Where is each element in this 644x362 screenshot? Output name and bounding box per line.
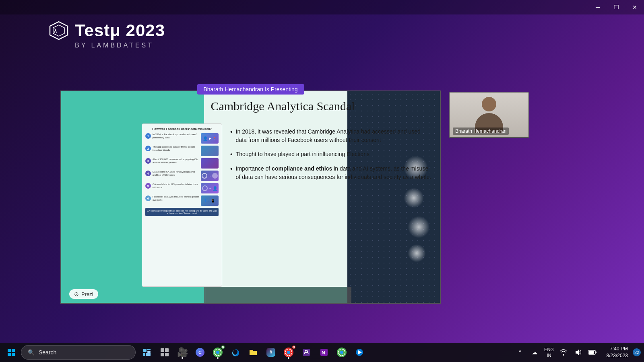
battery-icon[interactable] xyxy=(587,347,598,358)
taskbar-apps: 🎥 C N xyxy=(139,344,367,360)
start-button[interactable] xyxy=(3,344,19,360)
svg-rect-10 xyxy=(143,353,145,356)
slide-infographic: How was Facebook users' data misused? 1 … xyxy=(142,123,222,287)
svg-rect-5 xyxy=(8,353,11,356)
svg-rect-9 xyxy=(147,351,151,353)
bullet-1: • In 2018, it was revealed that Cambridg… xyxy=(230,128,432,144)
taskbar-media-player[interactable] xyxy=(351,344,367,360)
logo-title: Testμ 2023 xyxy=(75,21,165,40)
taskbar-chrome-1[interactable]: N xyxy=(210,344,226,360)
taskbar-app-dot xyxy=(182,357,183,359)
search-icon: 🔍 xyxy=(28,349,35,356)
taskbar-files[interactable] xyxy=(245,344,261,360)
search-text: Search xyxy=(39,349,56,356)
slide-title-area: Cambridge Analytica Scandal xyxy=(134,99,432,117)
testmu-logo-icon: λ xyxy=(48,20,69,41)
bullet-2: • Thought to have played a part in influ… xyxy=(230,150,432,159)
video-feed: Bharath Hemachandran xyxy=(449,92,529,138)
prezi-logo: ⊙ Prezi xyxy=(69,289,98,299)
slide-text-content: • In 2018, it was revealed that Cambridg… xyxy=(230,123,432,287)
taskbar-search-bar[interactable]: 🔍 Search xyxy=(21,345,136,360)
infographic-step-2: 2 The app accessed data of 50m+ people i… xyxy=(145,146,219,156)
infographic-step-1: 1 In 2014, a Facebook quiz collected use… xyxy=(145,133,219,144)
taskbar-clock[interactable]: 7:40 PM 8/23/2023 xyxy=(603,346,631,359)
logo-row: λ Testμ 2023 xyxy=(48,20,165,41)
svg-rect-23 xyxy=(589,351,594,354)
logo-area: λ Testμ 2023 BY LAMBDATEST xyxy=(48,20,165,49)
svg-rect-4 xyxy=(12,349,15,352)
titlebar: ─ ❐ ✕ xyxy=(0,0,644,14)
show-hidden-icons[interactable]: ^ xyxy=(514,347,526,358)
svg-rect-24 xyxy=(596,352,597,353)
presenter-label: Bharath Hemachandran Is Presenting xyxy=(197,84,304,95)
infographic-step-6: 6 Facebook data was misused without prop… xyxy=(145,195,219,206)
taskbar-edge[interactable] xyxy=(227,344,244,360)
taskbar-task-view[interactable] xyxy=(157,344,173,360)
wifi-icon[interactable] xyxy=(558,347,569,358)
svg-text:N: N xyxy=(322,350,325,356)
slide-title: Cambridge Analytica Scandal xyxy=(134,99,432,113)
volume-icon[interactable] xyxy=(572,347,584,358)
svg-rect-7 xyxy=(143,349,147,352)
clock-date: 8/23/2023 xyxy=(607,352,628,359)
clock-time: 7:40 PM xyxy=(610,346,628,352)
taskbar-tray: ^ ☁ ENG IN xyxy=(511,347,601,358)
onedrive-icon[interactable]: ☁ xyxy=(529,347,540,358)
slide-frame: Cambridge Analytica Scandal How was Face… xyxy=(60,90,441,304)
taskbar-chrome-n[interactable] xyxy=(334,344,350,360)
svg-rect-12 xyxy=(161,348,164,352)
taskbar-teams[interactable]: 🎥 xyxy=(174,344,190,360)
language-indicator[interactable]: ENG IN xyxy=(543,347,555,358)
svg-text:λ: λ xyxy=(54,28,57,34)
svg-rect-15 xyxy=(165,353,169,356)
taskbar-app-red-n[interactable]: N xyxy=(281,344,297,360)
video-name-label: Bharath Hemachandran xyxy=(453,128,509,135)
notification-badge[interactable]: 22 xyxy=(633,348,641,356)
taskbar-widgets[interactable] xyxy=(139,344,155,360)
svg-rect-14 xyxy=(161,353,164,356)
taskbar-cortana[interactable]: C xyxy=(192,344,208,360)
taskbar-snip[interactable] xyxy=(298,344,314,360)
infographic-title: How was Facebook users' data misused? xyxy=(145,127,219,131)
svg-rect-6 xyxy=(12,353,15,356)
infographic-step-3: 3 About 300,000 downloaded app giving CA… xyxy=(145,158,219,169)
svg-marker-0 xyxy=(50,22,68,39)
presentation-wrapper: Bharath Hemachandran Is Presenting Cambr… xyxy=(60,90,441,304)
svg-rect-13 xyxy=(165,348,169,352)
svg-rect-11 xyxy=(146,353,151,356)
svg-marker-21 xyxy=(576,350,579,355)
windows-icon xyxy=(8,349,15,356)
svg-rect-3 xyxy=(8,349,11,352)
infographic-step-5: 5 CA used data for US presidential elect… xyxy=(145,183,219,193)
infographic-footer: CA claims are manipulating Facebook has … xyxy=(145,208,219,216)
close-button[interactable]: ✕ xyxy=(625,0,644,14)
bullet-3: • Importance of compliance and ethics in… xyxy=(230,165,432,181)
maximize-button[interactable]: ❐ xyxy=(607,0,625,14)
minimize-button[interactable]: ─ xyxy=(588,0,607,14)
taskbar: 🔍 Search 🎥 xyxy=(0,343,644,362)
slide-bottom-strip xyxy=(204,287,351,303)
taskbar-onenote[interactable]: N xyxy=(316,344,332,360)
slide-content: How was Facebook users' data misused? 1 … xyxy=(142,123,432,287)
person-head xyxy=(482,97,496,111)
taskbar-slack[interactable]: # xyxy=(263,344,279,360)
svg-rect-8 xyxy=(147,349,151,350)
infographic-step-4: 4 Data sold to CA used for psychographic… xyxy=(145,171,219,181)
logo-subtitle: BY LAMBDATEST xyxy=(75,42,165,49)
